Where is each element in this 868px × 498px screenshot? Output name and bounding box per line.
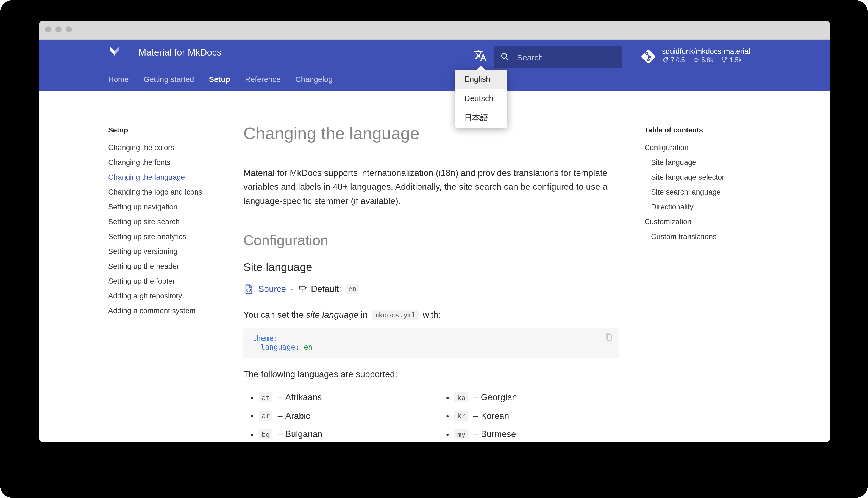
- bullet-icon: •: [446, 430, 449, 439]
- site-title: Material for MkDocs: [138, 47, 221, 58]
- language-column-left: • af – Afrikaans • ar – Arabic • bg – Bu…: [243, 392, 439, 442]
- sidebar-item[interactable]: Setting up versioning: [108, 244, 237, 259]
- traffic-light-close[interactable]: [45, 26, 51, 32]
- language-list-item: • my – Burmese: [439, 429, 517, 440]
- article: Changing the language Material for MkDoc…: [243, 91, 628, 442]
- sidebar-item[interactable]: Adding a comment system: [108, 303, 237, 318]
- repo-stats: 7.0.5 5.8k 1.5k: [662, 57, 750, 63]
- search-input[interactable]: [517, 46, 619, 68]
- stage: Material for MkDocs: [0, 0, 868, 498]
- header-tabs: HomeGetting startedSetupReferenceChangel…: [108, 74, 333, 84]
- page-title: Changing the language: [243, 122, 628, 145]
- language-code: af: [259, 393, 273, 403]
- browser-window: Material for MkDocs: [39, 21, 830, 442]
- language-name: Georgian: [481, 393, 517, 403]
- section-heading-configuration: Configuration: [243, 232, 628, 250]
- language-column-right: • ka – Georgian • kr – Korean • my – Bur…: [439, 392, 517, 442]
- language-list: • af – Afrikaans • ar – Arabic • bg – Bu…: [243, 392, 628, 442]
- translate-icon[interactable]: [474, 49, 487, 62]
- sidebar-item[interactable]: Setting up the header: [108, 259, 237, 274]
- language-name: Arabic: [285, 411, 310, 421]
- sidebar-title: Setup: [108, 125, 237, 135]
- search-icon: [500, 52, 510, 62]
- dash-separator: –: [278, 411, 283, 421]
- header-tab[interactable]: Getting started: [144, 74, 194, 84]
- version-tag-icon: [662, 57, 668, 63]
- sidebar-item[interactable]: Setting up site search: [108, 214, 237, 229]
- header-tab[interactable]: Home: [108, 74, 129, 84]
- subsection-heading-site-language: Site language: [243, 260, 628, 274]
- repo-link[interactable]: squidfunk/mkdocs-material 7.0.5 5.8k: [639, 47, 750, 65]
- repo-info: squidfunk/mkdocs-material 7.0.5 5.8k: [662, 47, 750, 65]
- mkdocs-yml-code: mkdocs.yml: [372, 310, 419, 320]
- dash-separator: –: [473, 430, 478, 440]
- language-name: Korean: [481, 411, 509, 421]
- window-titlebar: [39, 21, 830, 40]
- sidebar-item[interactable]: Changing the language: [108, 170, 237, 185]
- language-code: kr: [455, 411, 468, 421]
- fork-icon: [721, 57, 728, 63]
- copy-icon[interactable]: [604, 332, 614, 342]
- bullet-icon: •: [446, 411, 449, 421]
- dash-separator: –: [278, 430, 283, 440]
- language-list-item: • bg – Bulgarian: [243, 429, 439, 440]
- toc-title: Table of contents: [645, 125, 779, 135]
- bullet-icon: •: [250, 411, 254, 421]
- header-tab[interactable]: Setup: [209, 74, 230, 84]
- toc-item[interactable]: Site language selector: [645, 170, 779, 185]
- toc-item[interactable]: Site search language: [645, 185, 779, 199]
- header-tab[interactable]: Changelog: [295, 74, 333, 84]
- supported-languages-intro: The following languages are supported:: [243, 369, 628, 379]
- meta-separator: ·: [290, 284, 293, 294]
- toc-item[interactable]: Customization: [645, 214, 779, 229]
- default-label: Default:: [311, 284, 341, 294]
- language-list-item: • ar – Arabic: [243, 410, 439, 422]
- repo-name: squidfunk/mkdocs-material: [662, 47, 750, 56]
- source-link[interactable]: Source: [258, 284, 286, 294]
- language-menu-item[interactable]: English: [456, 70, 507, 89]
- bullet-icon: •: [446, 393, 449, 402]
- language-list-item: • kr – Korean: [439, 410, 517, 422]
- default-milestone-icon: [298, 284, 308, 294]
- primary-sidebar: Setup Changing the colorsChanging the fo…: [108, 125, 237, 318]
- toc-nav: ConfigurationSite languageSite language …: [645, 140, 779, 244]
- sidebar-item[interactable]: Setting up site analytics: [108, 229, 237, 244]
- language-name: Afrikaans: [285, 393, 322, 403]
- bullet-icon: •: [250, 393, 254, 402]
- sidebar-item[interactable]: Setting up the footer: [108, 274, 237, 289]
- toc-item[interactable]: Configuration: [645, 140, 779, 155]
- traffic-light-minimize[interactable]: [55, 26, 61, 32]
- dash-separator: –: [473, 393, 478, 403]
- toc-item[interactable]: Custom translations: [645, 229, 779, 244]
- language-dropdown: EnglishDeutsch日本語: [456, 70, 507, 128]
- repo-version: 7.0.5: [671, 57, 685, 63]
- yaml-code-block: theme: language: en: [243, 328, 619, 358]
- dash-separator: –: [473, 411, 478, 421]
- language-list-item: • af – Afrikaans: [243, 392, 439, 404]
- source-file-icon: [243, 284, 254, 294]
- sidebar-item[interactable]: Adding a git repository: [108, 289, 237, 303]
- language-code: bg: [259, 430, 273, 440]
- toc-item[interactable]: Directionality: [645, 199, 779, 214]
- header-tab[interactable]: Reference: [245, 74, 281, 84]
- repo-forks: 1.5k: [730, 57, 742, 63]
- traffic-light-zoom[interactable]: [66, 26, 72, 32]
- toc-item[interactable]: Site language: [645, 155, 779, 170]
- language-name: Burmese: [481, 430, 516, 440]
- sidebar-item[interactable]: Changing the fonts: [108, 155, 237, 170]
- set-language-paragraph: You can set the site language in mkdocs.…: [243, 310, 628, 320]
- language-menu-item[interactable]: 日本語: [456, 108, 507, 128]
- source-default-line: Source · Default: en: [243, 284, 628, 294]
- sidebar-nav: Changing the colorsChanging the fontsCha…: [108, 140, 237, 318]
- search-box: [494, 46, 622, 68]
- mkdocs-material-logo-icon: [108, 45, 121, 58]
- sidebar-item[interactable]: Changing the colors: [108, 140, 237, 155]
- language-name: Bulgarian: [285, 430, 322, 440]
- sidebar-item[interactable]: Changing the logo and icons: [108, 185, 237, 199]
- language-code: ar: [259, 411, 273, 421]
- repo-stars: 5.8k: [701, 57, 713, 63]
- language-code: ka: [455, 393, 468, 403]
- table-of-contents: Table of contents ConfigurationSite lang…: [645, 125, 779, 244]
- sidebar-item[interactable]: Setting up navigation: [108, 199, 237, 214]
- language-menu-item[interactable]: Deutsch: [456, 89, 507, 108]
